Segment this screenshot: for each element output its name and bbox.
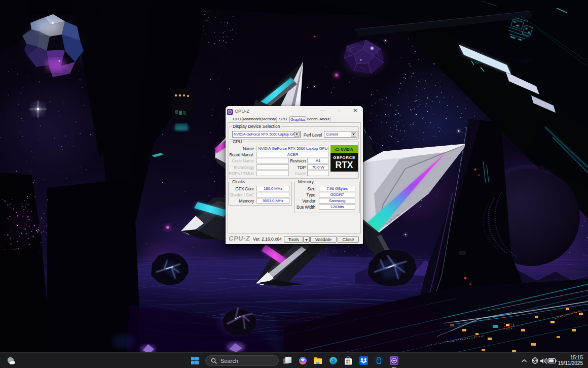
svg-text:GEFORCE: GEFORCE [333, 155, 355, 160]
svg-text:NVIDIA: NVIDIA [341, 147, 353, 152]
svg-text:RTX: RTX [336, 160, 353, 170]
